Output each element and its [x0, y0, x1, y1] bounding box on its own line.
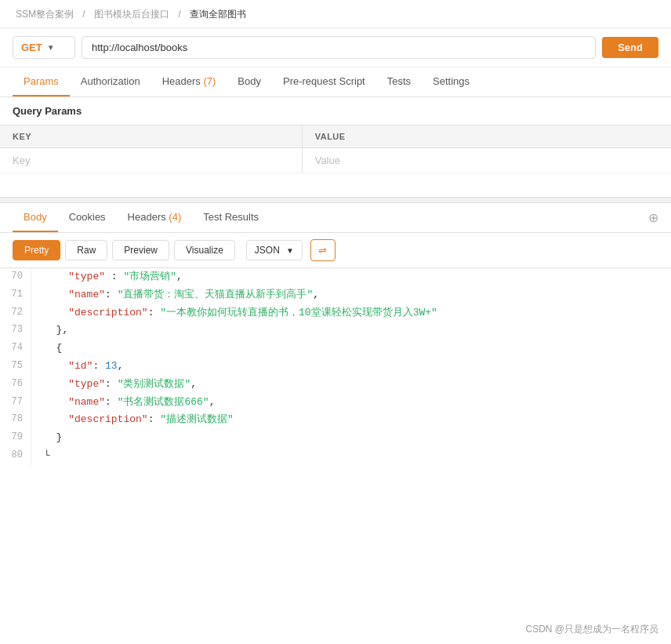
query-params-header: Query Params: [0, 97, 671, 125]
tab-cookies[interactable]: Cookies: [58, 203, 117, 232]
tab-settings[interactable]: Settings: [422, 67, 481, 96]
send-button[interactable]: Send: [602, 37, 658, 58]
value-cell[interactable]: Value: [302, 148, 671, 173]
code-line-76: 76 "type": "类别测试数据",: [0, 376, 671, 394]
response-tabs: Body Cookies Headers (4) Test Results: [13, 203, 270, 232]
tab-authorization[interactable]: Authorization: [70, 67, 151, 96]
format-select[interactable]: JSON ▼: [246, 240, 303, 260]
globe-icon[interactable]: ⊕: [648, 210, 658, 225]
code-line-70: 70 "type" : "市场营销",: [0, 268, 671, 286]
params-table: KEY VALUE Key Value: [0, 125, 671, 173]
tab-test-results[interactable]: Test Results: [192, 203, 270, 232]
tab-tests[interactable]: Tests: [376, 67, 422, 96]
breadcrumb-item-3: 查询全部图书: [190, 9, 246, 20]
url-input[interactable]: [82, 36, 596, 59]
response-actions: ⊕: [648, 210, 658, 225]
chevron-down-icon: ▼: [47, 43, 55, 52]
url-bar: GET ▼ Send: [0, 28, 671, 67]
tab-response-headers[interactable]: Headers (4): [117, 203, 193, 232]
wrap-button[interactable]: ⇌: [310, 239, 336, 261]
breadcrumb-sep-2: /: [178, 9, 183, 20]
code-line-80: 80 └: [0, 447, 671, 465]
panel-divider: [0, 197, 671, 203]
format-chevron-icon: ▼: [286, 246, 294, 255]
code-line-75: 75 "id": 13,: [0, 358, 671, 376]
breadcrumb-item-1[interactable]: SSM整合案例: [16, 9, 74, 20]
code-line-73: 73 },: [0, 322, 671, 340]
method-label: GET: [21, 42, 42, 53]
code-line-74: 74 {: [0, 340, 671, 358]
method-select[interactable]: GET ▼: [13, 36, 75, 59]
tab-response-body[interactable]: Body: [13, 203, 58, 232]
tab-body[interactable]: Body: [227, 67, 272, 96]
code-line-77: 77 "name": "书名测试数据666",: [0, 394, 671, 412]
code-line-79: 79 }: [0, 429, 671, 447]
table-row: Key Value: [0, 148, 671, 173]
response-headers-badge: (4): [169, 211, 181, 223]
code-line-71: 71 "name": "直播带货：淘宝、天猫直播从新手到高手",: [0, 286, 671, 304]
tab-headers[interactable]: Headers (7): [151, 67, 227, 96]
visualize-button[interactable]: Visualize: [174, 240, 235, 260]
breadcrumb-item-2[interactable]: 图书模块后台接口: [94, 9, 169, 20]
code-view: 70 "type" : "市场营销", 71 "name": "直播带货：淘宝、…: [0, 268, 671, 465]
key-cell[interactable]: Key: [0, 148, 302, 173]
headers-badge: (7): [203, 75, 216, 87]
breadcrumb-sep-1: /: [82, 9, 88, 20]
value-column-header: VALUE: [302, 126, 671, 148]
tab-pre-request-script[interactable]: Pre-request Script: [272, 67, 376, 96]
watermark: CSDN @只是想成为一名程序员: [525, 623, 658, 636]
wrap-icon: ⇌: [318, 245, 327, 257]
key-column-header: KEY: [0, 126, 302, 148]
tab-params[interactable]: Params: [13, 67, 70, 96]
raw-button[interactable]: Raw: [65, 240, 107, 260]
code-line-78: 78 "description": "描述测试数据": [0, 411, 671, 429]
format-bar: Pretty Raw Preview Visualize JSON ▼ ⇌: [0, 233, 671, 268]
request-tab-bar: Params Authorization Headers (7) Body Pr…: [0, 67, 671, 97]
breadcrumb: SSM整合案例 / 图书模块后台接口 / 查询全部图书: [0, 0, 671, 28]
pretty-button[interactable]: Pretty: [13, 240, 60, 260]
code-line-72: 72 "description": "一本教你如何玩转直播的书，10堂课轻松实现…: [0, 304, 671, 322]
response-tab-bar: Body Cookies Headers (4) Test Results ⊕: [0, 203, 671, 233]
preview-button[interactable]: Preview: [112, 240, 169, 260]
